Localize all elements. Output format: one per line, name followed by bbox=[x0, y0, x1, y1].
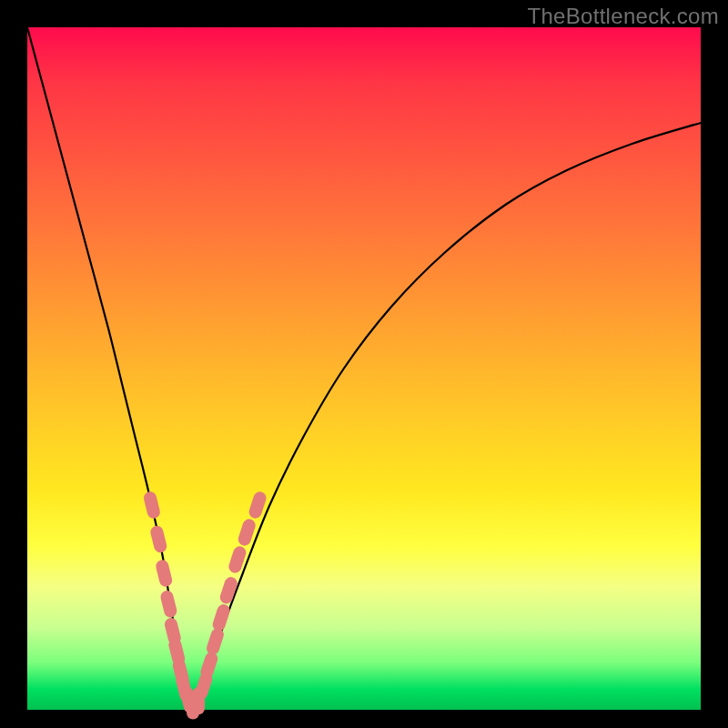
marker-pill bbox=[155, 559, 174, 588]
chart-stage: TheBottleneck.com bbox=[0, 0, 728, 728]
marker-pill bbox=[211, 602, 232, 632]
marker-pill bbox=[159, 590, 178, 619]
bottleneck-curve bbox=[27, 27, 701, 707]
watermark-text: TheBottleneck.com bbox=[527, 4, 719, 29]
curve-layer bbox=[27, 27, 701, 710]
marker-pill bbox=[199, 651, 220, 681]
marker-group bbox=[142, 490, 268, 720]
marker-pill bbox=[149, 524, 168, 553]
marker-pill bbox=[205, 627, 226, 657]
marker-pill bbox=[142, 490, 161, 520]
